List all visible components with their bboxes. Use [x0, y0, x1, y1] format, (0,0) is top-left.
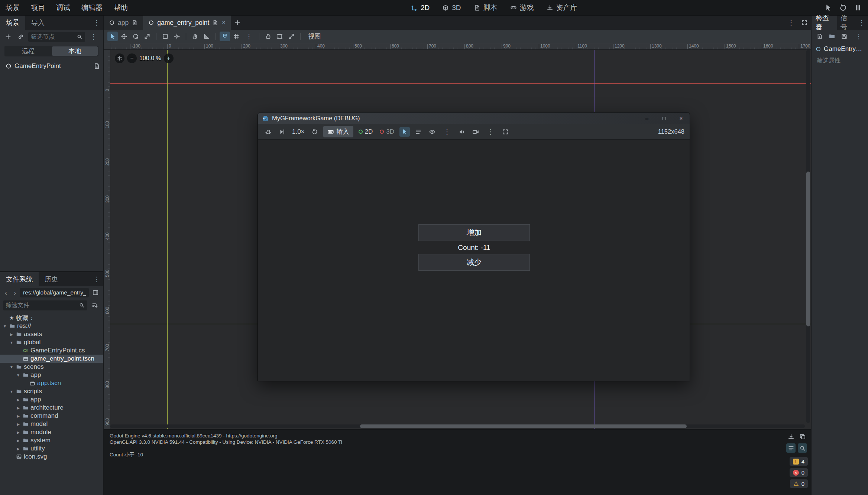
tab-history[interactable]: 历史 [39, 272, 64, 286]
remote-button[interactable]: 远程 [5, 46, 51, 56]
tree-expand-icon[interactable]: ▶ [16, 414, 21, 418]
expand-viewport-icon[interactable] [801, 19, 808, 26]
filter-nodes-input[interactable] [31, 33, 74, 40]
maximize-button[interactable]: □ [655, 113, 673, 124]
tree-expand-icon[interactable]: ▶ [16, 430, 21, 434]
workspace-game[interactable]: 游戏 [504, 1, 540, 14]
next-frame-button[interactable] [277, 127, 287, 137]
inspected-node-row[interactable]: GameEntryPoint [812, 43, 868, 55]
load-resource-button[interactable] [827, 32, 837, 41]
move-tool-button[interactable] [119, 32, 129, 41]
tree-expand-icon[interactable]: ▶ [16, 398, 21, 402]
filesystem-tree-item[interactable]: icon.svg [0, 453, 103, 461]
input-mode-toggle[interactable]: 输入 [323, 126, 353, 137]
line-wrap-button[interactable] [786, 443, 796, 453]
zoom-in-button[interactable]: + [164, 53, 174, 63]
scene-tab-app[interactable]: app [104, 16, 143, 30]
rotate-tool-button[interactable] [130, 32, 141, 41]
local-button[interactable]: 本地 [52, 46, 98, 56]
center-view-button[interactable] [115, 53, 124, 63]
mute-audio-button[interactable] [457, 127, 467, 137]
scene-tree-menu-icon[interactable]: ⋮ [87, 33, 100, 41]
camera-override-button[interactable] [470, 127, 481, 137]
close-tab-icon[interactable]: × [222, 19, 226, 26]
pause-icon[interactable] [854, 4, 862, 12]
debug-2d-toggle[interactable]: 2D [357, 128, 375, 136]
zoom-level[interactable]: 100.0 % [139, 55, 161, 62]
increase-button[interactable]: 增加 [418, 224, 530, 241]
instance-scene-button[interactable] [16, 32, 26, 42]
menu-editor[interactable]: 编辑器 [76, 0, 108, 15]
horizontal-scrollbar-thumb[interactable] [360, 424, 687, 428]
current-path-box[interactable] [20, 288, 89, 297]
filesystem-tree-item[interactable]: ▶assets [0, 330, 103, 338]
tree-expand-icon[interactable]: ▶ [16, 422, 21, 426]
vertical-scrollbar-thumb[interactable] [806, 172, 810, 326]
inspector-menu-icon[interactable]: ⋮ [852, 32, 865, 40]
tree-expand-icon[interactable]: ▼ [2, 324, 7, 328]
filesystem-tree-item[interactable]: ▼res:// [0, 322, 103, 330]
menu-project[interactable]: 项目 [25, 0, 51, 15]
game-window-titlebar[interactable]: MyGFrameworkGame (DEBUG) – □ × [258, 113, 690, 124]
smart-snap-button[interactable] [220, 32, 230, 41]
dock-menu-icon[interactable]: ⋮ [90, 19, 103, 27]
tabbar-menu-icon[interactable]: ⋮ [785, 19, 797, 27]
tree-expand-icon[interactable]: ▶ [9, 332, 14, 336]
attached-script-icon[interactable] [93, 63, 100, 69]
pick-node-button[interactable] [399, 127, 410, 137]
tree-expand-icon[interactable]: ▼ [9, 341, 14, 345]
view-menu-button[interactable]: 视图 [304, 32, 325, 41]
debug-3d-toggle[interactable]: 3D [378, 128, 396, 136]
scene-tab-game-entry-point[interactable]: game_entry_point × [143, 16, 231, 30]
dock-menu-icon[interactable]: ⋮ [855, 19, 868, 27]
tab-signals[interactable]: 信号 [837, 16, 855, 30]
close-button[interactable]: × [673, 113, 690, 124]
tree-expand-icon[interactable]: ▶ [16, 439, 21, 443]
workspace-script[interactable]: 脚本 [468, 1, 503, 14]
errors-badge[interactable]: ×0 [790, 468, 808, 477]
search-log-button[interactable] [798, 443, 807, 453]
minimize-button[interactable]: – [638, 113, 655, 124]
visibility-button[interactable] [427, 127, 437, 137]
tab-import[interactable]: 导入 [25, 16, 51, 30]
tree-expand-icon[interactable]: ▼ [16, 373, 21, 377]
filesystem-tree-item[interactable]: ▶architecture [0, 404, 103, 412]
menu-scene[interactable]: 场景 [0, 0, 25, 15]
workspace-assetlib[interactable]: 资产库 [541, 1, 583, 14]
menu-help[interactable]: 帮助 [108, 0, 133, 15]
select-tool-button[interactable] [107, 32, 118, 41]
time-scale-label[interactable]: 1.0× [291, 128, 306, 136]
skeleton-options-button[interactable] [286, 32, 297, 41]
filter-properties-box[interactable]: 筛选属性 [814, 56, 865, 65]
decrease-button[interactable]: 减少 [418, 254, 530, 271]
pick-options-icon[interactable]: ⋮ [441, 128, 453, 136]
horizontal-scrollbar[interactable] [110, 424, 805, 428]
tree-expand-icon[interactable]: ▼ [9, 390, 14, 394]
filesystem-tree-item[interactable]: ★收藏： [0, 314, 103, 322]
embed-fullscreen-button[interactable] [500, 127, 511, 137]
toggle-split-mode-button[interactable] [90, 288, 101, 297]
save-log-button[interactable] [786, 432, 796, 441]
filesystem-tree-item[interactable]: ▶model [0, 420, 103, 428]
filesystem-tree-item[interactable]: ▶module [0, 428, 103, 436]
tree-expand-icon[interactable]: ▼ [9, 365, 14, 369]
current-path-input[interactable] [23, 289, 86, 296]
sort-files-button[interactable] [90, 300, 100, 310]
nav-back-icon[interactable]: ‹ [2, 289, 10, 297]
filter-files-input[interactable] [6, 302, 77, 309]
pan-tool-button[interactable] [190, 32, 200, 41]
scale-tool-button[interactable] [142, 32, 152, 41]
filesystem-tree-item[interactable]: ▼app [0, 371, 103, 379]
tab-scene[interactable]: 场景 [0, 16, 25, 30]
snap-options-icon[interactable]: ⋮ [243, 32, 255, 40]
filesystem-tree-item[interactable]: ▶system [0, 436, 103, 444]
list-select-button[interactable] [160, 32, 171, 41]
reset-speed-button[interactable] [310, 127, 320, 137]
nav-forward-icon[interactable]: › [11, 289, 19, 297]
reload-icon[interactable] [839, 4, 847, 12]
filter-files-box[interactable] [3, 300, 87, 310]
workspace-2d[interactable]: 2D [405, 2, 435, 14]
pick-cursor-icon[interactable] [824, 4, 832, 12]
debug-options-button[interactable] [263, 127, 273, 137]
messages-badge[interactable]: !4 [790, 457, 808, 466]
